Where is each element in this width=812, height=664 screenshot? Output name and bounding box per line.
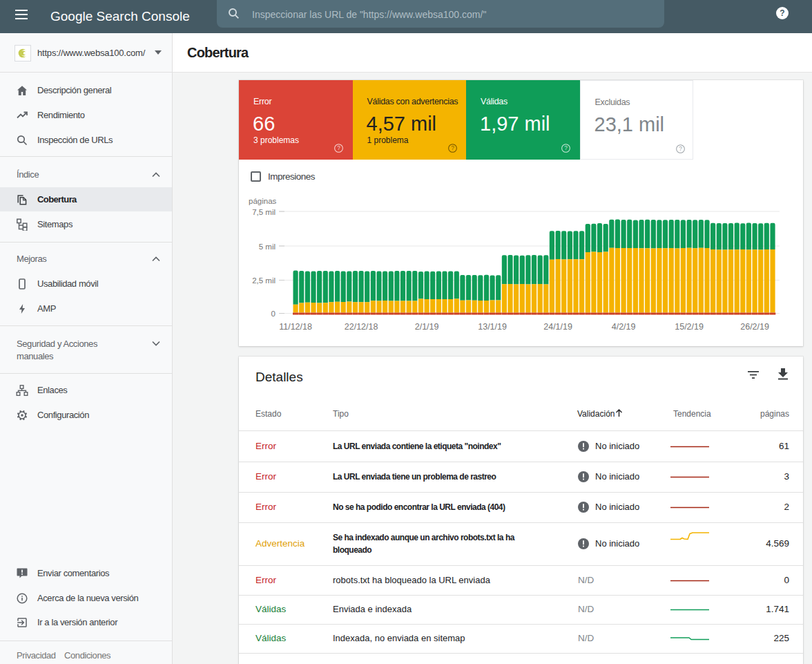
svg-text:11/12/18: 11/12/18 <box>279 322 312 332</box>
svg-text:24/1/19: 24/1/19 <box>543 322 572 332</box>
svg-text:13/1/19: 13/1/19 <box>478 322 507 332</box>
svg-text:5 mil: 5 mil <box>259 243 276 251</box>
svg-text:26/2/19: 26/2/19 <box>740 322 769 332</box>
svg-text:7,5 mil: 7,5 mil <box>252 208 276 216</box>
svg-text:páginas: páginas <box>249 197 277 205</box>
svg-text:4/2/19: 4/2/19 <box>612 322 636 332</box>
svg-text:0: 0 <box>271 310 276 318</box>
svg-text:22/12/18: 22/12/18 <box>345 322 378 332</box>
svg-text:2,5 mil: 2,5 mil <box>252 276 276 285</box>
svg-text:2/1/19: 2/1/19 <box>415 322 439 332</box>
svg-text:15/2/19: 15/2/19 <box>675 322 704 332</box>
